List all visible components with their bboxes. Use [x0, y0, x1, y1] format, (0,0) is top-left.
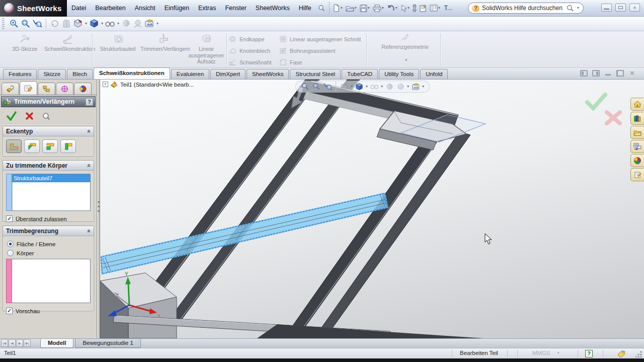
feature-tree-root[interactable]: + Teil1 (Standard<Wie bearb... — [103, 81, 194, 88]
scroll-first-button[interactable]: |◀ — [1, 339, 8, 347]
section-view-icon[interactable] — [339, 82, 349, 92]
ribbon-hole-wizard-button[interactable]: Bohrungsassistent — [279, 47, 336, 54]
tab-features[interactable]: Features — [3, 69, 37, 79]
document-minimize-button[interactable] — [604, 70, 612, 77]
pane-left-icon[interactable] — [580, 70, 588, 77]
dropdown-caret[interactable]: ▾ — [350, 85, 353, 89]
apply-scene-icon[interactable] — [144, 19, 154, 29]
tab-blech[interactable]: Blech — [67, 69, 93, 79]
file-properties-button[interactable] — [418, 4, 428, 13]
feature-tree-root-label[interactable]: Teil1 (Standard<Wie bearb... — [120, 82, 194, 88]
reference-geometry-caret[interactable]: ▾ — [405, 57, 408, 62]
print-button[interactable]: ▾ — [372, 4, 385, 13]
display-style-icon[interactable] — [105, 19, 115, 29]
tag-icon[interactable] — [617, 350, 625, 357]
ribbon-gusset-button[interactable]: Knotenblech — [229, 47, 270, 54]
tab-schweisskonstruktionen[interactable]: Schweißkonstruktionen — [94, 67, 170, 79]
dropdown-caret[interactable]: ▾ — [101, 22, 104, 26]
help-search-input[interactable] — [482, 5, 564, 12]
view-palette-tab[interactable] — [630, 140, 644, 153]
dropdown-caret[interactable]: ▾ — [85, 22, 88, 26]
view-orientation-icon[interactable] — [354, 82, 364, 92]
boundary-list-area[interactable] — [12, 259, 91, 303]
confirmation-ok-icon[interactable] — [585, 93, 608, 111]
motion-study-tab[interactable]: Bewegungsstudie 1 — [75, 339, 140, 348]
help-search-box[interactable]: ? ▾ — [468, 3, 584, 14]
hide-show-items-icon[interactable] — [384, 82, 394, 92]
corner-style-2-button[interactable] — [24, 139, 40, 153]
document-restore-button[interactable] — [616, 70, 624, 77]
trim-boundary-header[interactable]: Trimmbegrenzung» — [3, 226, 94, 236]
preview-checkbox[interactable]: ✓ — [6, 308, 13, 314]
custom-properties-tab[interactable] — [630, 168, 644, 181]
dropdown-caret[interactable]: ▾ — [367, 6, 370, 10]
toolbar-grip[interactable] — [2, 18, 5, 29]
perspective-view-icon[interactable] — [133, 19, 143, 29]
menu-datei[interactable]: Datei — [67, 0, 91, 17]
tab-dimxpert[interactable]: DimXpert — [210, 69, 246, 79]
tab-utility-tools[interactable]: Utility Tools — [379, 69, 419, 79]
configuration-manager-tab[interactable] — [38, 83, 55, 95]
search-scope-caret[interactable]: ▾ — [577, 6, 580, 10]
options-button[interactable]: ▾ — [429, 4, 442, 12]
face-plane-radio[interactable] — [7, 241, 14, 247]
units-selector[interactable]: MMGS — [532, 350, 550, 356]
tab-sheetworks[interactable]: SheetWorks — [247, 69, 289, 79]
corner-style-4-button[interactable] — [60, 139, 76, 153]
dropdown-caret[interactable]: ▾ — [422, 85, 425, 89]
resize-grip[interactable] — [635, 350, 642, 357]
units-caret[interactable]: ▾ — [557, 351, 559, 355]
new-file-button[interactable]: ▾ — [332, 4, 344, 13]
minimize-button[interactable] — [601, 4, 612, 12]
quick-tips-button[interactable]: ? — [585, 350, 593, 357]
resources-tab[interactable] — [630, 98, 644, 111]
design-library-tab[interactable] — [630, 112, 644, 125]
body-radio[interactable] — [7, 250, 14, 256]
edit-appearance-icon[interactable] — [395, 82, 406, 92]
allow-extension-checkbox[interactable]: ✓ — [6, 215, 13, 222]
zoom-window-icon[interactable] — [21, 19, 31, 29]
select-cursor-button[interactable]: ▾ — [399, 4, 411, 13]
scroll-prev-button[interactable]: ◀ — [9, 339, 16, 347]
dropdown-caret[interactable]: ▾ — [117, 22, 120, 26]
zoom-in-icon[interactable] — [9, 19, 19, 29]
dropdown-caret[interactable]: ▾ — [407, 6, 410, 10]
shadow-view-icon[interactable] — [121, 19, 131, 29]
menu-fenster[interactable]: Fenster — [220, 0, 251, 17]
ribbon-extruded-cut-button[interactable]: Linear ausgetragener Schnitt — [279, 35, 361, 43]
file-explorer-tab[interactable] — [630, 126, 644, 139]
toolbar-overflow-label[interactable]: T... — [442, 5, 454, 12]
ribbon-structural-member-button[interactable]: Strukturbauteil — [97, 33, 139, 52]
menu-hilfe[interactable]: Hilfe — [294, 0, 316, 17]
dropdown-caret[interactable]: ▾ — [407, 85, 410, 89]
dropdown-caret[interactable]: ▾ — [380, 85, 383, 89]
bodies-to-trim-header[interactable]: Zu trimmende Körper» — [3, 161, 94, 171]
feature-manager-tab[interactable] — [2, 83, 19, 95]
dropdown-caret[interactable]: ▾ — [381, 6, 384, 10]
collapse-chevron-icon[interactable]: » — [86, 229, 93, 233]
view-orientation-icon[interactable] — [89, 19, 99, 29]
collapse-chevron-icon[interactable]: » — [86, 164, 93, 167]
pan-view-icon[interactable] — [61, 19, 71, 29]
scroll-next-button[interactable]: ▶ — [16, 339, 23, 347]
ribbon-end-cap-button[interactable]: Endkappe — [229, 35, 265, 43]
confirmation-cancel-icon[interactable] — [604, 110, 623, 126]
property-manager-tab[interactable] — [20, 81, 37, 95]
display-manager-tab[interactable] — [74, 83, 92, 95]
ribbon-reference-geometry-button[interactable]: Referenzgeometrie — [372, 33, 438, 50]
boundary-listbox[interactable] — [6, 259, 91, 303]
zoom-area-icon[interactable] — [311, 82, 321, 92]
dropdown-caret[interactable]: ▾ — [156, 22, 159, 26]
menu-ansicht[interactable]: Ansicht — [130, 0, 160, 17]
tree-expand-icon[interactable]: + — [103, 82, 108, 87]
zoom-fit-icon[interactable] — [300, 82, 310, 92]
search-icon[interactable] — [567, 5, 574, 12]
ribbon-trim-extend-button[interactable]: Trimmen/Verlängern — [140, 33, 187, 52]
model-tab[interactable]: Modell — [40, 339, 73, 348]
appearances-tab[interactable] — [630, 154, 644, 167]
corner-style-1-button[interactable] — [6, 139, 22, 153]
dropdown-caret[interactable]: ▾ — [365, 85, 368, 89]
dropdown-caret[interactable]: ▾ — [438, 6, 441, 10]
dropdown-caret[interactable]: ▾ — [395, 6, 398, 10]
close-button[interactable]: × — [629, 4, 640, 12]
